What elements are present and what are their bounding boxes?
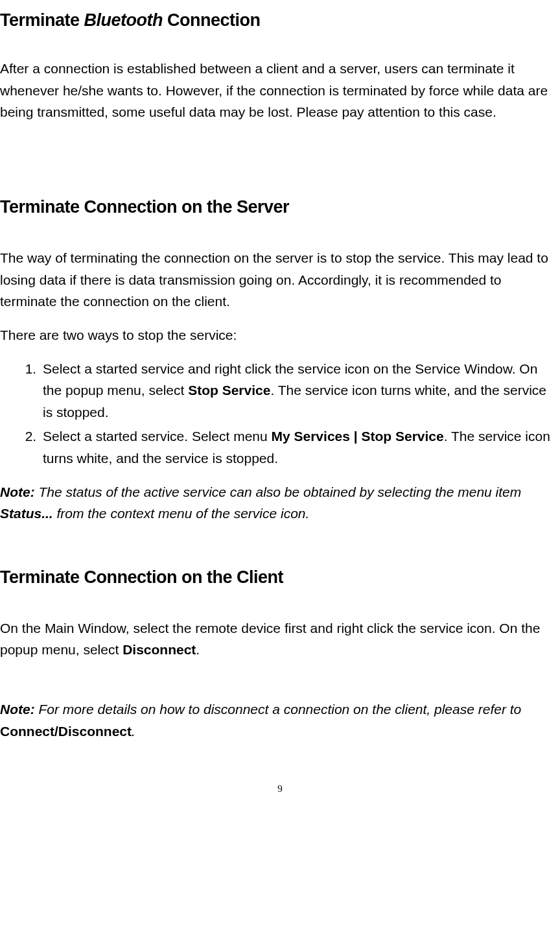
client-text: . [196, 642, 200, 657]
heading-text-em: Bluetooth [84, 10, 163, 30]
list-item: Select a started service. Select menu My… [40, 425, 560, 469]
heading-client: Terminate Connection on the Client [0, 564, 560, 591]
note-bold: Connect/Disconnect [0, 724, 132, 739]
client-paragraph: On the Main Window, select the remote de… [0, 617, 560, 661]
heading-terminate-bluetooth: Terminate Bluetooth Connection [0, 6, 560, 34]
step-bold: My Services | Stop Service [272, 429, 444, 444]
note-paragraph: Note: The status of the active service c… [0, 481, 560, 525]
spacer [0, 672, 560, 698]
note-label: Note: [0, 702, 35, 717]
step-text: Select a started service. Select menu [43, 429, 272, 444]
note-bold: Status... [0, 506, 53, 521]
server-paragraph-1: The way of terminating the connection on… [0, 247, 560, 313]
client-text: On the Main Window, select the remote de… [0, 621, 540, 658]
intro-paragraph: After a connection is established betwee… [0, 58, 560, 123]
document-page: Terminate Bluetooth Connection After a c… [0, 6, 560, 799]
note-paragraph-2: Note: For more details on how to disconn… [0, 698, 560, 742]
note-label: Note: [0, 484, 35, 499]
note-text: from the context menu of the service ico… [53, 506, 310, 521]
list-item: Select a started service and right click… [40, 358, 560, 423]
server-paragraph-2: There are two ways to stop the service: [0, 324, 560, 346]
spacer [0, 135, 560, 193]
note-text: For more details on how to disconnect a … [35, 702, 522, 717]
client-bold: Disconnect [122, 642, 196, 657]
heading-text-pre: Terminate [0, 10, 84, 30]
note-text: The status of the active service can als… [35, 484, 522, 499]
heading-text-post: Connection [163, 10, 261, 30]
step-bold: Stop Service [188, 383, 270, 398]
steps-list: Select a started service and right click… [0, 358, 560, 470]
note-text: . [132, 724, 135, 739]
heading-server: Terminate Connection on the Server [0, 193, 560, 221]
page-number: 9 [0, 781, 560, 799]
